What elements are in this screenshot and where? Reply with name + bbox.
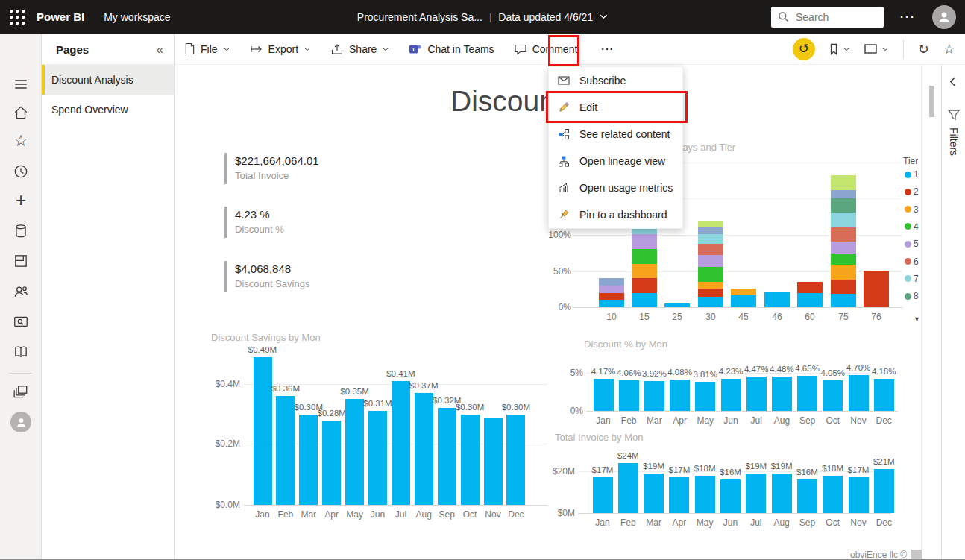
home-icon[interactable] — [13, 104, 29, 121]
kpi-total-invoice[interactable]: $221,664,064.01 Total Invoice — [224, 153, 319, 184]
kpi-discount-savings[interactable]: $4,068,848 Discount Savings — [224, 261, 309, 292]
bar-mar[interactable] — [299, 415, 318, 506]
comment-button[interactable]: Comment — [514, 43, 578, 55]
bar-dec[interactable] — [506, 415, 525, 506]
export-menu-button[interactable]: Export — [250, 43, 311, 55]
bar-nov[interactable] — [849, 477, 869, 513]
stacked-bar-segment-tier-5[interactable] — [632, 234, 657, 249]
stacked-bar-segment-tier-1[interactable] — [632, 293, 657, 307]
kpi-discount-pct[interactable]: 4.23 % Discount % — [224, 207, 284, 238]
stacked-bar-segment-tier-1[interactable] — [599, 300, 624, 307]
legend-dot-tier-2[interactable] — [905, 189, 911, 195]
bar-may[interactable] — [345, 399, 364, 505]
bar-oct[interactable] — [823, 380, 843, 411]
bar-mar[interactable] — [644, 474, 664, 513]
expand-filters-chevron-icon[interactable] — [949, 77, 956, 86]
stacked-bar-segment-tier-1[interactable] — [664, 303, 690, 307]
legend-dot-tier-1[interactable] — [905, 172, 911, 178]
search-input-field[interactable] — [794, 10, 864, 24]
bar-chart-discount-savings[interactable]: Discount Savings by Mon $0.4M$0.2M$0.0M$… — [203, 330, 561, 531]
apps-layout-icon[interactable] — [13, 253, 29, 269]
legend-item-label[interactable]: 6 — [914, 257, 919, 267]
app-launcher-waffle-icon[interactable] — [0, 0, 34, 34]
bar-feb[interactable] — [276, 396, 295, 505]
page-item-discount-analysis[interactable]: Discount Analysis — [42, 65, 174, 95]
stacked-bar-segment-tier-1[interactable] — [797, 293, 823, 307]
legend-dot-tier-3[interactable] — [905, 206, 911, 213]
bar-jan[interactable] — [593, 477, 613, 513]
workspace-name[interactable]: My workspace — [104, 11, 170, 23]
bar-dec[interactable] — [874, 469, 894, 513]
bar-jan[interactable] — [254, 357, 272, 505]
learn-book-icon[interactable] — [13, 344, 29, 360]
vertical-scrollbar-thumb[interactable] — [929, 86, 934, 117]
bar-aug[interactable] — [772, 377, 792, 411]
favorites-star-icon[interactable]: ☆ — [13, 133, 29, 150]
profile-avatar-icon[interactable] — [10, 412, 31, 432]
more-options-button[interactable]: ··· — [597, 43, 618, 55]
hamburger-menu-icon[interactable] — [13, 76, 29, 92]
feedback-monitor-search-icon[interactable] — [13, 314, 29, 330]
legend-dot-tier-4[interactable] — [905, 223, 911, 230]
stacked-bar-segment-tier-9[interactable] — [698, 227, 723, 234]
bar-chart-discount-pct[interactable]: Discount % by Mon 5%0%4.17%Jan4.06%Feb3.… — [561, 337, 919, 430]
reset-to-default-button[interactable]: ↺ — [793, 38, 815, 60]
stacked-bar-segment-tier-5[interactable] — [698, 255, 723, 267]
bar-jun[interactable] — [368, 411, 387, 505]
stacked-bar-segment-tier-9[interactable] — [831, 190, 856, 198]
bookmarks-button[interactable] — [829, 43, 850, 55]
legend-dot-tier-6[interactable] — [905, 258, 911, 265]
bar-aug[interactable] — [772, 474, 792, 513]
file-menu-button[interactable]: File — [184, 43, 230, 55]
stacked-bar-segment-tier-2[interactable] — [831, 280, 856, 293]
stacked-bar-segment-tier-5[interactable] — [599, 286, 624, 293]
legend-item-label[interactable]: 1 — [914, 169, 919, 180]
refresh-button[interactable]: ↻ — [918, 41, 929, 57]
legend-item-label[interactable]: 7 — [914, 274, 919, 284]
bar-nov[interactable] — [849, 375, 869, 411]
stacked-bar-segment-tier-3[interactable] — [831, 265, 856, 280]
stacked-bar-segment-tier-2[interactable] — [632, 278, 657, 292]
bar-chart-total-invoice[interactable]: Total Invoice by Mon $20M$0M$17MJan$24MF… — [550, 429, 915, 556]
workspaces-windows-icon[interactable] — [13, 383, 29, 400]
menu-item-edit[interactable]: Edit — [549, 94, 682, 121]
menu-item-open-usage-metrics[interactable]: Open usage metrics — [549, 174, 682, 201]
bar-mar[interactable] — [644, 381, 664, 411]
create-plus-icon[interactable]: + — [13, 192, 29, 209]
search-input[interactable] — [771, 7, 884, 28]
menu-item-subscribe[interactable]: Subscribe — [549, 67, 682, 94]
menu-item-see-related-content[interactable]: See related content — [549, 121, 682, 148]
data-updated-label[interactable]: Data updated 4/6/21 — [498, 11, 593, 23]
bar-sep[interactable] — [797, 479, 817, 513]
user-avatar[interactable] — [932, 5, 956, 29]
stacked-bar-segment-tier-2[interactable] — [864, 271, 889, 307]
collapse-pages-icon[interactable]: « — [157, 45, 163, 55]
stacked-bar-segment-tier-4[interactable] — [698, 267, 723, 282]
filters-panel-label[interactable]: Filters — [948, 128, 960, 156]
bar-jun[interactable] — [721, 379, 741, 411]
powerbi-logo[interactable]: Power BI — [37, 10, 84, 23]
bar-sep[interactable] — [438, 408, 456, 505]
datasets-database-icon[interactable] — [13, 223, 29, 239]
stacked-bar-segment-tier-10[interactable] — [831, 175, 856, 189]
page-item-spend-overview[interactable]: Spend Overview — [42, 95, 174, 125]
legend-item-label[interactable]: 4 — [914, 221, 919, 232]
stacked-bar-segment-tier-4[interactable] — [632, 249, 657, 263]
legend-item-label[interactable]: 5 — [914, 239, 919, 249]
bar-oct[interactable] — [823, 476, 843, 513]
stacked-bar-segment-tier-6[interactable] — [831, 227, 856, 241]
bar-oct[interactable] — [461, 415, 480, 506]
stacked-bar-segment-tier-2[interactable] — [797, 282, 823, 293]
legend-item-label[interactable]: 2 — [914, 186, 919, 197]
bar-may[interactable] — [695, 476, 715, 513]
stacked-bar-segment-tier-10[interactable] — [698, 221, 723, 228]
bar-aug[interactable] — [415, 393, 433, 505]
stacked-bar-segment-tier-7[interactable] — [831, 213, 856, 227]
stacked-bar-segment-tier-1[interactable] — [831, 294, 856, 307]
bar-feb[interactable] — [618, 463, 638, 513]
stacked-bar-segment-tier-2[interactable] — [599, 293, 624, 301]
bar-may[interactable] — [695, 382, 715, 411]
legend-dot-tier-7[interactable] — [905, 275, 911, 282]
stacked-bar-segment-tier-2[interactable] — [698, 289, 723, 298]
menu-item-pin-to-dashboard[interactable]: Pin to a dashboard — [549, 201, 682, 228]
